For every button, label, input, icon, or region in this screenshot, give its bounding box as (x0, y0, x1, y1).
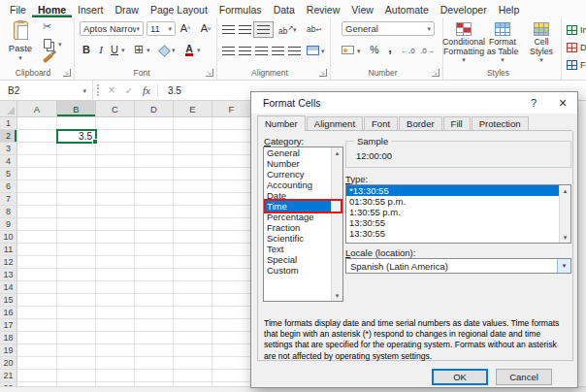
grid-cell[interactable] (17, 307, 57, 319)
grid-cell[interactable] (212, 357, 251, 370)
insert-cells-button[interactable]: Insert (567, 23, 586, 37)
increase-indent-icon[interactable] (288, 47, 301, 55)
cancel-button[interactable]: Cancel (496, 369, 552, 385)
grid-cell[interactable] (57, 180, 96, 193)
grid-cell[interactable] (96, 344, 135, 357)
dialog-tab-fill[interactable]: Fill (443, 116, 471, 130)
grid-cell[interactable] (57, 206, 96, 218)
grid-cell[interactable] (135, 206, 174, 218)
grid-cell[interactable] (135, 180, 174, 193)
align-middle-icon[interactable] (239, 25, 251, 34)
grid-cell[interactable] (174, 206, 212, 218)
grid-cell[interactable] (135, 155, 174, 168)
alignment-dialog-launcher-icon[interactable] (319, 69, 327, 77)
grid-cell[interactable] (135, 281, 174, 294)
delete-cells-button[interactable]: Delete (567, 41, 586, 54)
grid-cell[interactable] (57, 281, 96, 294)
row-header[interactable]: 19 (0, 344, 17, 357)
grid-cell[interactable] (212, 143, 251, 155)
grid-cell[interactable] (96, 206, 135, 218)
row-header[interactable]: 11 (0, 244, 17, 256)
grid-cell[interactable] (96, 332, 135, 344)
grid-cell[interactable] (57, 294, 96, 307)
grid-cell[interactable] (135, 117, 174, 130)
grid-cell[interactable] (135, 344, 174, 357)
merge-center-icon[interactable] (307, 46, 319, 55)
grid-cell[interactable] (212, 294, 251, 307)
row-header[interactable]: 15 (0, 294, 17, 307)
column-header[interactable]: A (17, 101, 57, 117)
grid-cell[interactable] (57, 193, 96, 206)
accounting-format-icon[interactable] (342, 46, 354, 54)
grid-cell[interactable] (174, 370, 212, 382)
grid-cell[interactable] (212, 180, 251, 193)
grid-cell[interactable] (57, 244, 96, 256)
grid-cell[interactable] (96, 231, 135, 244)
grid-cell[interactable] (96, 319, 135, 332)
grid-cell[interactable] (96, 130, 135, 143)
grid-cell[interactable] (174, 143, 212, 155)
grid-cell[interactable] (135, 307, 174, 319)
grid-cell[interactable] (174, 256, 212, 269)
grid-cell[interactable] (57, 307, 96, 319)
ribbon-tab-data[interactable]: Data (268, 0, 301, 17)
category-list-scrollbar[interactable] (331, 147, 342, 301)
row-header[interactable]: 8 (0, 206, 17, 218)
grid-cell[interactable] (96, 244, 135, 256)
column-header[interactable]: B (57, 101, 96, 117)
grid-cell[interactable] (212, 244, 251, 256)
grid-cell[interactable] (212, 370, 251, 382)
clipboard-dialog-launcher-icon[interactable] (63, 69, 71, 77)
ribbon-tab-file[interactable]: File (4, 0, 32, 17)
grid-cell[interactable] (57, 319, 96, 332)
increase-font-size-button[interactable]: A (179, 21, 192, 35)
grid-cell[interactable] (212, 168, 251, 180)
grid-cell[interactable] (212, 256, 251, 269)
italic-button[interactable]: I (94, 43, 108, 56)
ribbon-tab-draw[interactable]: Draw (109, 0, 145, 17)
grid-cell[interactable] (57, 256, 96, 269)
row-header[interactable]: 7 (0, 193, 17, 206)
column-header[interactable]: E (174, 101, 212, 117)
grid-cell[interactable] (96, 281, 135, 294)
grid-cell[interactable] (174, 155, 212, 168)
number-format-combo[interactable]: General (342, 21, 435, 36)
grid-cell[interactable] (212, 117, 251, 130)
grid-cell[interactable] (57, 168, 96, 180)
align-right-icon[interactable] (255, 47, 268, 55)
grid-cell[interactable] (135, 244, 174, 256)
row-header[interactable]: 12 (0, 256, 17, 269)
select-all-corner[interactable] (0, 101, 17, 117)
grid-cell[interactable] (135, 370, 174, 382)
grid-cell[interactable] (135, 294, 174, 307)
grid-cell[interactable] (135, 269, 174, 281)
row-header[interactable]: 1 (0, 117, 17, 130)
grid-cell[interactable] (17, 344, 57, 357)
dropdown-chevron-icon[interactable] (121, 47, 125, 53)
grid-cell[interactable] (96, 143, 135, 155)
grid-cell[interactable] (174, 231, 212, 244)
dialog-tab-alignment[interactable]: Alignment (307, 116, 363, 130)
grid-cell[interactable] (135, 332, 174, 344)
grid-cell[interactable] (174, 117, 212, 130)
ribbon-tab-view[interactable]: View (345, 0, 379, 17)
ribbon-tab-review[interactable]: Review (301, 0, 345, 17)
ribbon-tab-insert[interactable]: Insert (72, 0, 109, 17)
grid-cell[interactable] (17, 294, 57, 307)
column-header[interactable]: C (96, 101, 135, 117)
fill-color-icon[interactable] (157, 43, 171, 56)
grid-cell[interactable] (57, 332, 96, 344)
row-header[interactable]: 2 (0, 130, 17, 143)
font-dialog-launcher-icon[interactable] (206, 69, 213, 77)
formula-bar-handle[interactable] (93, 81, 103, 100)
cut-icon[interactable] (43, 21, 51, 32)
grid-cell[interactable] (135, 218, 174, 231)
row-header[interactable]: 16 (0, 307, 17, 319)
number-dialog-launcher-icon[interactable] (432, 69, 440, 77)
align-bottom-icon-selected[interactable] (253, 21, 274, 38)
grid-cell[interactable] (96, 370, 135, 382)
grid-cell[interactable] (135, 256, 174, 269)
dropdown-chevron-icon[interactable] (293, 26, 297, 33)
grid-cell[interactable] (17, 370, 57, 382)
decrease-font-size-button[interactable]: A (199, 21, 212, 35)
